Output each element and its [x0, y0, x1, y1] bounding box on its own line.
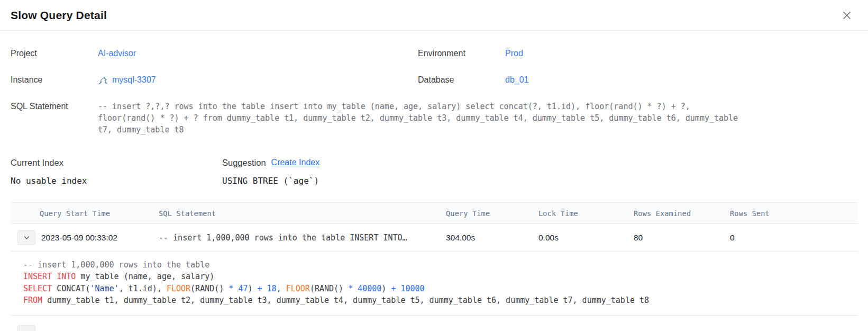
sql-detail-line: SELECT CONCAT('Name', t1.id), FLOOR(RAND… [23, 283, 845, 294]
dialog-header: Slow Query Detail [0, 0, 868, 31]
index-section: Current Index Suggestion Create Index No… [11, 155, 857, 191]
create-index-link[interactable]: Create Index [271, 158, 320, 167]
table-header-row: Query Start Time SQL Statement Query Tim… [11, 203, 857, 224]
environment-link[interactable]: Prod [505, 49, 523, 58]
database-link[interactable]: db_01 [505, 75, 529, 85]
meta-section: Project AI-advisor Environment Prod Inst… [11, 40, 857, 93]
project-link[interactable]: AI-advisor [98, 49, 136, 58]
column-header-query-time: Query Time [446, 209, 538, 218]
close-icon [841, 10, 853, 21]
current-index-label: Current Index [11, 158, 222, 168]
sql-statement-line: t7, dummy_table t8 [98, 124, 738, 136]
column-header-rows-sent: Rows Sent [730, 209, 857, 218]
cell-rows-sent: 0 [730, 233, 857, 243]
chevron-down-icon [23, 234, 31, 241]
table-row[interactable]: 2023-05-09 00:33:02 -- insert 1,000,000 … [11, 224, 857, 252]
sql-detail-block: -- insert 1,000,000 rows into the tableI… [11, 252, 857, 316]
column-header-lock-time: Lock Time [538, 209, 634, 218]
environment-label: Environment [418, 49, 505, 58]
expand-row-button[interactable] [17, 230, 35, 245]
meta-field-database: Database db_01 [418, 67, 857, 93]
sql-statement-line: -- insert ?,?,? rows into the table inse… [98, 101, 738, 112]
column-header-sql-statement: SQL Statement [159, 209, 446, 218]
mysql-dolphin-icon [98, 75, 109, 85]
current-index-value: No usable index [11, 176, 222, 186]
suggestion-value: USING BTREE (`age`) [222, 176, 319, 186]
sql-statement-section: SQL Statement -- insert ?,?,? rows into … [11, 101, 857, 136]
sql-detail-line: INSERT INTO my_table (name, age, salary) [23, 271, 845, 282]
meta-field-environment: Environment Prod [418, 40, 857, 67]
cell-query-time: 304.00s [446, 233, 538, 243]
instance-link-label: mysql-3307 [112, 75, 156, 85]
slow-query-table: Query Start Time SQL Statement Query Tim… [11, 202, 857, 316]
database-label: Database [418, 75, 505, 85]
suggestion-label: Suggestion [222, 158, 266, 168]
project-label: Project [11, 49, 98, 58]
sql-statement-line: floor(rand() * ?) + ? from dummy_table t… [98, 112, 738, 124]
meta-field-project: Project AI-advisor [11, 40, 418, 67]
close-button[interactable] [839, 8, 854, 23]
sql-detail-line: -- insert 1,000,000 rows into the table [23, 259, 845, 271]
page-title: Slow Query Detail [11, 9, 107, 22]
meta-field-instance: Instance mysql-3307 [11, 67, 418, 93]
cell-query-start-time: 2023-05-09 00:33:02 [40, 233, 159, 243]
sql-statement-text: -- insert ?,?,? rows into the table inse… [98, 101, 738, 136]
cell-sql-preview: -- insert 1,000,000 rows into the table … [159, 233, 446, 243]
cell-lock-time: 0.00s [538, 233, 634, 243]
sql-statement-label: SQL Statement [11, 101, 98, 136]
expand-row-button-next[interactable] [17, 325, 35, 331]
sql-detail-line: FROM dummy_table t1, dummy_table t2, dum… [23, 294, 845, 306]
instance-link[interactable]: mysql-3307 [98, 75, 156, 85]
column-header-query-start-time: Query Start Time [40, 209, 159, 218]
cell-rows-examined: 80 [634, 233, 730, 243]
instance-label: Instance [11, 75, 98, 85]
column-header-rows-examined: Rows Examined [634, 209, 730, 218]
